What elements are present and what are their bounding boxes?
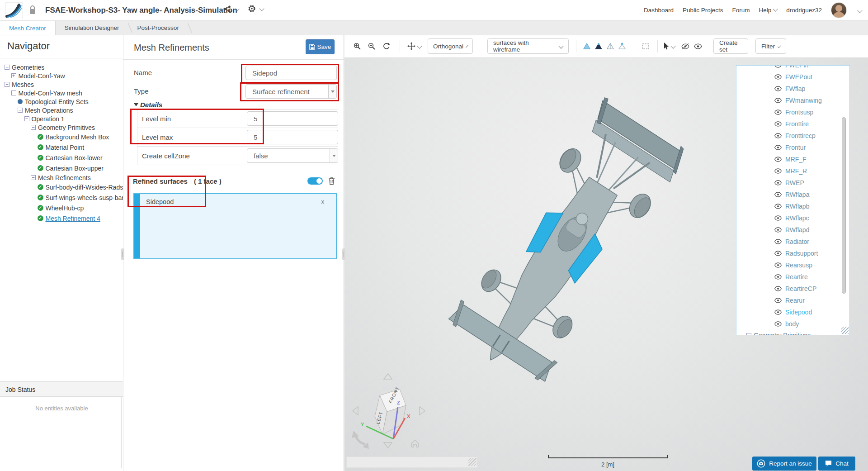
- type-select[interactable]: Surface refinement: [245, 84, 337, 99]
- level-min-input[interactable]: 5: [247, 111, 338, 126]
- details-section-header[interactable]: Details: [134, 101, 162, 109]
- panel-resize-grip[interactable]: [841, 327, 849, 334]
- trash-icon[interactable]: [328, 177, 335, 185]
- scene-item-mrf-f[interactable]: MRF_F: [736, 153, 849, 165]
- chevron-down-icon[interactable]: [857, 8, 862, 13]
- tab-mesh-creator[interactable]: Mesh Creator: [0, 20, 56, 35]
- nav-help[interactable]: Help: [759, 7, 777, 14]
- resize-grip[interactable]: [468, 458, 476, 466]
- projection-dropdown[interactable]: Orthogonal: [428, 38, 473, 54]
- nav-username[interactable]: drodriguez32: [786, 7, 822, 14]
- level-max-input[interactable]: 5: [247, 130, 338, 144]
- eye-icon[interactable]: [774, 109, 782, 115]
- scene-item-fwmainwing[interactable]: FWmainwing: [736, 95, 849, 106]
- render-mode-dropdown[interactable]: surfaces with wireframe: [487, 38, 569, 54]
- share-button[interactable]: [224, 5, 239, 13]
- expand-icon[interactable]: +: [11, 73, 16, 78]
- tree-item-cartesian-box-lower[interactable]: ✓Cartesian Box-lower: [0, 152, 123, 163]
- collapsed-console-bar[interactable]: [346, 457, 477, 468]
- select-arrow-icon[interactable]: [330, 149, 338, 162]
- collapse-icon[interactable]: −: [5, 82, 9, 87]
- collapse-icon[interactable]: −: [24, 116, 29, 121]
- scene-item-rwflapd[interactable]: RWflapd: [736, 224, 849, 236]
- collapse-icon[interactable]: −: [31, 175, 36, 180]
- eye-icon[interactable]: [774, 168, 782, 174]
- nav-public-projects[interactable]: Public Projects: [683, 7, 723, 14]
- rotate-right-arrow[interactable]: [420, 407, 425, 415]
- show-all-button[interactable]: [692, 39, 704, 53]
- scene-item-reartirecp[interactable]: ReartireCP: [736, 283, 849, 295]
- scene-item-reartire[interactable]: Reartire: [736, 271, 849, 283]
- eye-icon[interactable]: [774, 239, 782, 244]
- eye-icon[interactable]: [774, 262, 782, 268]
- tree-item-wheelhub-cp[interactable]: ✓WheelHub-cp: [0, 203, 123, 213]
- report-issue-button[interactable]: Report an issue: [752, 457, 816, 471]
- navigation-cube[interactable]: FRONT LEFT Y Z X: [348, 371, 429, 452]
- eye-icon[interactable]: [774, 65, 782, 68]
- scene-item-fwepin[interactable]: FWEPin: [736, 65, 849, 71]
- eye-icon[interactable]: [774, 321, 782, 327]
- collapse-icon[interactable]: −: [11, 90, 16, 95]
- eye-icon[interactable]: [774, 121, 782, 127]
- scene-item-fronttire[interactable]: Fronttire: [736, 118, 849, 130]
- tree-item-cartesian-box-upper[interactable]: ✓Cartesian Box-upper: [0, 163, 123, 173]
- scrollbar-thumb[interactable]: [842, 117, 846, 294]
- filter-dropdown[interactable]: Filter: [755, 38, 786, 54]
- tree-item-model-conf-yaw-mesh[interactable]: −Model-Conf-Yaw mesh: [0, 89, 123, 97]
- tree-item-surf-wings-wheels-susp-bars[interactable]: ✓Surf-wings-wheels-susp-bars: [0, 192, 123, 203]
- tree-item-background-mesh-box[interactable]: ✓Background Mesh Box: [0, 132, 123, 142]
- collapse-icon[interactable]: −: [746, 333, 751, 336]
- clip-cone-outline-button[interactable]: [604, 39, 617, 53]
- chat-button[interactable]: Chat: [818, 457, 855, 471]
- create-set-button[interactable]: Create set: [713, 38, 748, 54]
- eye-icon[interactable]: [774, 192, 782, 197]
- tab-post-processor[interactable]: Post-Processor: [128, 20, 188, 35]
- eye-icon[interactable]: [774, 157, 782, 162]
- tree-item-material-point[interactable]: ✓Material Point: [0, 142, 123, 152]
- tree-item-surf-body-diff-wsides-radsup[interactable]: ✓Surf-body-diff-Wsides-Radsup: [0, 182, 123, 192]
- scene-item-rwep[interactable]: RWEP: [736, 177, 849, 189]
- tree-item-mesh-refinements[interactable]: −Mesh Refinements: [0, 173, 123, 182]
- panel-resize-handle[interactable]: [342, 248, 345, 260]
- face-row[interactable]: Sidepood x: [140, 194, 336, 209]
- zoom-in-button[interactable]: [351, 39, 363, 53]
- tree-item-mesh-refinement-4[interactable]: ✓Mesh Refinement 4: [0, 213, 123, 224]
- tree-item-mesh-operations[interactable]: −Mesh Operations: [0, 106, 123, 114]
- scene-item-mrf-r[interactable]: MRF_R: [736, 165, 849, 177]
- scene-item-rwflapb[interactable]: RWflapb: [736, 200, 849, 212]
- eye-icon[interactable]: [774, 145, 782, 150]
- scene-item-rwflapc[interactable]: RWflapc: [736, 212, 849, 224]
- zoom-out-button[interactable]: [365, 39, 378, 53]
- eye-icon[interactable]: [774, 98, 782, 103]
- scene-item-frontur[interactable]: Frontur: [736, 142, 849, 153]
- remove-face-button[interactable]: x: [321, 198, 325, 205]
- clip-cone-dot-button[interactable]: [616, 39, 628, 53]
- hide-selection-button[interactable]: [679, 39, 692, 53]
- eye-icon[interactable]: [774, 251, 782, 256]
- app-logo-icon[interactable]: [5, 2, 23, 18]
- refined-surfaces-list[interactable]: Sidepood x: [133, 193, 337, 259]
- collapse-icon[interactable]: −: [5, 65, 9, 70]
- clip-cone-dark-button[interactable]: [592, 39, 605, 53]
- settings-button[interactable]: [248, 5, 264, 13]
- collapse-icon[interactable]: −: [31, 125, 36, 130]
- eye-icon[interactable]: [774, 227, 782, 233]
- job-status-header[interactable]: Job Status: [0, 381, 123, 397]
- tree-item-topological-entity-sets[interactable]: Topological Entity Sets: [0, 97, 123, 106]
- scene-item-fronttirecp[interactable]: Fronttirecp: [736, 130, 849, 142]
- scene-item-rwflapa[interactable]: RWflapa: [736, 189, 849, 200]
- collapse-icon[interactable]: −: [18, 108, 23, 113]
- rotate-down-arrow[interactable]: [384, 442, 392, 448]
- eye-icon[interactable]: [774, 309, 782, 315]
- eye-icon[interactable]: [774, 274, 782, 280]
- eye-icon[interactable]: [774, 215, 782, 221]
- pan-tool-button[interactable]: [404, 39, 424, 53]
- scene-item-fwepout[interactable]: FWEPout: [736, 71, 849, 83]
- rotate-up-arrow[interactable]: [384, 374, 392, 379]
- eye-icon[interactable]: [774, 180, 782, 186]
- reset-view-button[interactable]: [380, 39, 392, 53]
- nav-dashboard[interactable]: Dashboard: [644, 7, 674, 14]
- 3d-viewport[interactable]: Orthogonal surfaces with wireframe: [344, 35, 868, 471]
- tree-item-model-conf-yaw[interactable]: +Model-Conf-Yaw: [0, 71, 123, 80]
- panel-resize-handle[interactable]: [121, 248, 124, 260]
